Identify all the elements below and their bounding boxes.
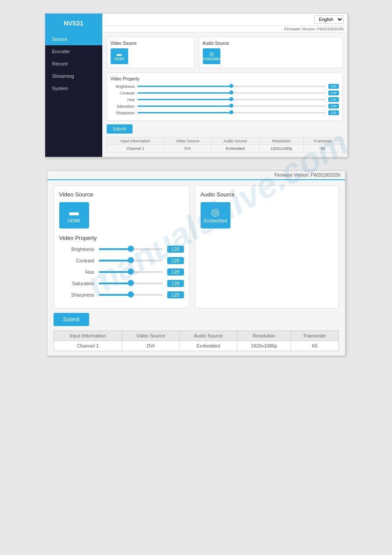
bottom-embedded-label: Embedded xyxy=(204,218,227,223)
bottom-hue-value: 128 xyxy=(167,268,184,276)
bottom-brightness-row: Brightness 128 xyxy=(59,246,184,253)
bottom-cell-channel: Channel 1 xyxy=(54,341,122,351)
bottom-sharpness-row: Sharpness 128 xyxy=(59,291,184,298)
source-row: Video Source ▬ HDMI Audio Source ◎ Embed… xyxy=(107,37,343,68)
sharpness-label: Sharpness xyxy=(111,111,135,115)
bottom-submit-area: Submit xyxy=(47,313,345,330)
sidebar: NVS31 Source Encoder Record Streaming Sy… xyxy=(45,14,102,157)
bottom-hdmi-label: HDMI xyxy=(68,218,80,223)
hdmi-button[interactable]: ▬ HDMI xyxy=(111,48,128,64)
cell-channel: Channel 1 xyxy=(107,145,164,152)
hdmi-label: HDMI xyxy=(114,57,124,61)
bottom-brightness-label: Brightness xyxy=(59,247,94,252)
col-video: Video Source xyxy=(164,138,211,145)
contrast-row: Contrast 128 xyxy=(111,91,339,95)
bottom-hue-track[interactable] xyxy=(99,271,163,273)
top-screenshot: NVS31 Source Encoder Record Streaming Sy… xyxy=(45,13,348,157)
firmware-version: Firmware Version: FW20180202N xyxy=(102,26,347,33)
bottom-brightness-value: 128 xyxy=(167,246,184,253)
bottom-submit-button[interactable]: Submit xyxy=(54,313,89,326)
contrast-track[interactable] xyxy=(137,92,326,94)
video-property-panel: Video Property Brightness 128 Contrast xyxy=(107,73,343,121)
contrast-label: Contrast xyxy=(111,91,135,95)
col-framerate: Framerate xyxy=(304,138,342,145)
hue-track[interactable] xyxy=(137,99,326,100)
bottom-cell-audiosrc: Embedded xyxy=(180,341,237,351)
embedded-button[interactable]: ◎ Embedded xyxy=(203,48,220,64)
cell-res: 1920x1080p xyxy=(259,145,303,152)
cell-fps: 60 xyxy=(304,145,342,152)
bottom-saturation-label: Saturation xyxy=(59,281,94,286)
bottom-contrast-track[interactable] xyxy=(99,260,163,261)
bottom-sharpness-label: Sharpness xyxy=(59,292,94,297)
app-logo: NVS31 xyxy=(45,14,102,33)
sidebar-item-record[interactable]: Record xyxy=(45,58,102,70)
sidebar-item-system[interactable]: System xyxy=(45,82,102,94)
saturation-row: Saturation 128 xyxy=(111,104,339,109)
bottom-hdmi-icon: ▬ xyxy=(69,207,79,217)
bottom-contrast-label: Contrast xyxy=(59,258,94,263)
bottom-screenshot: Firmware Version: FW20180202N Video Sour… xyxy=(47,170,345,356)
info-table: Input Information Video Source Audio Sou… xyxy=(107,137,343,152)
brightness-value: 128 xyxy=(328,84,339,89)
bottom-sharpness-value: 128 xyxy=(167,291,184,298)
saturation-value: 128 xyxy=(328,104,339,109)
contrast-value: 128 xyxy=(328,91,339,95)
bottom-col-video: Video Source xyxy=(122,331,180,341)
embedded-icon: ◎ xyxy=(209,51,214,57)
audio-source-panel: Audio Source ◎ Embedded xyxy=(199,37,343,68)
brightness-row: Brightness 128 xyxy=(111,84,339,89)
sidebar-item-source[interactable]: Source xyxy=(45,33,102,45)
bottom-hue-row: Hue 128 xyxy=(59,268,184,276)
cell-videosrc: DVI xyxy=(164,145,211,152)
bottom-cell-videosrc: DVI xyxy=(122,341,180,351)
bottom-embedded-button[interactable]: ◎ Embedded xyxy=(201,202,230,229)
bottom-hue-label: Hue xyxy=(59,269,94,275)
bottom-saturation-track[interactable] xyxy=(99,283,163,284)
bottom-saturation-row: Saturation 128 xyxy=(59,280,184,287)
language-select[interactable]: English xyxy=(314,15,344,24)
bottom-embedded-icon: ◎ xyxy=(211,207,219,217)
saturation-label: Saturation xyxy=(111,104,135,109)
audio-source-title: Audio Source xyxy=(203,41,339,46)
saturation-track[interactable] xyxy=(137,105,326,107)
bottom-audio-source-panel: Audio Source ◎ Embedded xyxy=(195,185,339,308)
sidebar-item-encoder[interactable]: Encoder xyxy=(45,45,102,58)
bottom-col-resolution: Resolution xyxy=(237,331,291,341)
bottom-audio-source-title: Audio Source xyxy=(201,191,333,198)
bottom-firmware-text: Firmware Version: FW20180202N xyxy=(274,173,341,178)
hue-row: Hue 128 xyxy=(111,97,339,102)
video-source-panel: Video Source ▬ HDMI xyxy=(107,37,194,68)
col-resolution: Resolution xyxy=(259,138,303,145)
video-source-title: Video Source xyxy=(111,41,191,46)
bottom-table-row: Channel 1 DVI Embedded 1920x1080p 60 xyxy=(54,341,338,351)
bottom-info-table: Input Information Video Source Audio Sou… xyxy=(54,330,339,351)
bottom-col-input: Input Information xyxy=(54,331,122,341)
bottom-source-row: Video Source ▬ HDMI Video Property Brigh… xyxy=(47,180,345,313)
sharpness-value: 128 xyxy=(328,110,339,115)
bottom-cell-res: 1920x1080p xyxy=(237,341,291,351)
sharpness-row: Sharpness 128 xyxy=(111,110,339,115)
bottom-saturation-value: 128 xyxy=(167,280,184,287)
bottom-brightness-track[interactable] xyxy=(99,248,163,250)
sharpness-track[interactable] xyxy=(137,112,326,113)
bottom-col-framerate: Framerate xyxy=(291,331,338,341)
bottom-video-source-title: Video Source xyxy=(59,191,184,198)
content-body: Video Source ▬ HDMI Audio Source ◎ Embed… xyxy=(102,33,347,157)
embedded-label: Embedded xyxy=(202,57,221,61)
submit-button[interactable]: Submit xyxy=(107,124,133,134)
col-input: Input Information xyxy=(107,138,164,145)
bottom-sharpness-track[interactable] xyxy=(99,294,163,296)
bottom-hdmi-button[interactable]: ▬ HDMI xyxy=(59,202,89,229)
sidebar-item-streaming[interactable]: Streaming xyxy=(45,70,102,82)
brightness-track[interactable] xyxy=(137,86,326,87)
hue-value: 128 xyxy=(328,97,339,102)
col-audio: Audio Source xyxy=(212,138,259,145)
brightness-label: Brightness xyxy=(111,84,135,89)
cell-audiosrc: Embedded xyxy=(212,145,259,152)
bottom-contrast-value: 128 xyxy=(167,257,184,264)
video-property-title: Video Property xyxy=(111,76,339,81)
top-bar: English xyxy=(102,14,347,26)
bottom-cell-fps: 60 xyxy=(291,341,338,351)
bottom-contrast-row: Contrast 128 xyxy=(59,257,184,264)
